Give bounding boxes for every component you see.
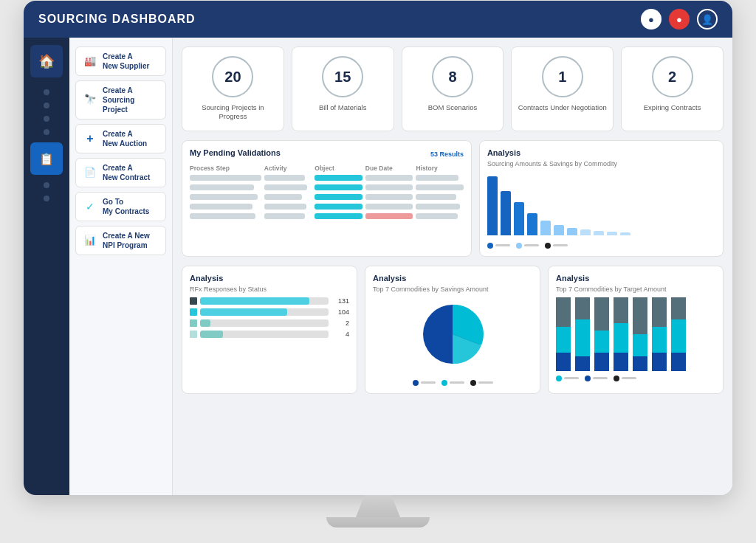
- rfx-fill-4: [200, 331, 223, 338]
- sidebar-dot-5[interactable]: [44, 182, 49, 188]
- create-sourcing-button[interactable]: 🔭 Create ASourcing Project: [75, 80, 166, 120]
- analysis-top-title: Analysis: [487, 148, 715, 157]
- my-contracts-label: Go ToMy Contracts: [103, 197, 149, 216]
- create-auction-button[interactable]: + Create ANew Auction: [75, 124, 166, 153]
- stacked-bar-2: [575, 297, 590, 371]
- create-sourcing-label: Create ASourcing Project: [103, 86, 159, 114]
- stacked-legend: [556, 376, 715, 381]
- rfx-bars: 131 104: [190, 297, 349, 338]
- pie-legend-1: [413, 380, 436, 386]
- table-row[interactable]: [190, 204, 464, 210]
- create-supplier-button[interactable]: 🏭 Create ANew Supplier: [75, 46, 166, 76]
- sidebar-active-item[interactable]: 📋: [30, 142, 63, 175]
- bar-9: [594, 231, 604, 235]
- sidebar-dot-2[interactable]: [44, 103, 49, 108]
- kpi-label-sourcing: Sourcing Projects in Progress: [188, 103, 278, 122]
- create-npi-label: Create A NewNPI Program: [103, 231, 150, 250]
- table-row[interactable]: [190, 175, 464, 181]
- kpi-label-scenarios: BOM Scenarios: [428, 103, 478, 112]
- bar-4: [527, 213, 537, 235]
- check-icon: ✓: [82, 198, 98, 215]
- kpi-row: 20 Sourcing Projects in Progress 15 Bill…: [182, 46, 724, 131]
- kpi-label-negotiation: Contracts Under Negotiation: [518, 103, 607, 112]
- home-button[interactable]: 🏠: [30, 45, 63, 77]
- seg-2a: [575, 297, 590, 319]
- rfx-title: Analysis: [190, 274, 349, 283]
- rfx-color-2: [190, 308, 197, 316]
- stacked-legend-1: [556, 376, 579, 381]
- stacked-bars: [556, 297, 715, 371]
- seg-7c: [671, 353, 686, 371]
- user-avatar[interactable]: 👤: [697, 9, 718, 30]
- bar-8: [580, 229, 591, 235]
- rfx-track-1: [200, 297, 329, 305]
- bar-3: [514, 202, 524, 235]
- analysis-top-panel: Analysis Sourcing Amounts & Savings by C…: [479, 140, 724, 257]
- table-row[interactable]: [190, 194, 464, 200]
- legend-line-2: [524, 244, 539, 246]
- alert-icon[interactable]: ●: [669, 9, 690, 30]
- pie-dot-3: [470, 380, 476, 386]
- rfx-subtitle: RFx Responses by Status: [190, 286, 349, 293]
- pie-legend-2: [441, 380, 464, 386]
- rfx-row-4: 4: [190, 331, 349, 338]
- kpi-bom[interactable]: 15 Bill of Materials: [292, 46, 394, 131]
- pie-legend: [413, 380, 493, 386]
- sidebar-dot-3[interactable]: [44, 116, 49, 122]
- seg-3b: [594, 331, 609, 353]
- bar-1: [487, 176, 498, 235]
- bar-10: [607, 232, 617, 235]
- stacked-bar-3: [594, 297, 609, 371]
- rfx-row-3: 2: [190, 319, 349, 327]
- seg-2b: [575, 319, 590, 356]
- seg-4b: [614, 323, 628, 353]
- stacked-legend-2: [585, 376, 608, 381]
- rfx-track-2: [200, 308, 329, 316]
- kpi-label-bom: Bill of Materials: [319, 103, 366, 112]
- table-row[interactable]: [190, 213, 464, 219]
- table-row[interactable]: [190, 184, 464, 190]
- kpi-value-sourcing: 20: [212, 56, 253, 97]
- legend-line-3: [553, 244, 568, 246]
- seg-5b: [633, 334, 647, 356]
- seg-3a: [594, 297, 609, 331]
- kpi-sourcing-projects[interactable]: 20 Sourcing Projects in Progress: [182, 46, 284, 131]
- pie-line-3: [478, 381, 493, 384]
- page-title: SOURCING DASHBOARD: [38, 13, 196, 26]
- rfx-color-1: [190, 297, 197, 305]
- analysis-top-subtitle: Sourcing Amounts & Savings by Commodity: [487, 160, 715, 167]
- sidebar-dot-6[interactable]: [44, 196, 49, 201]
- seg-3c: [594, 353, 609, 371]
- create-contract-button[interactable]: 📄 Create ANew Contract: [75, 158, 166, 187]
- rfx-row-2: 104: [190, 308, 349, 316]
- stacked-title: Analysis: [556, 274, 715, 283]
- stacked-bar-4: [614, 297, 628, 371]
- sidebar-dot-1[interactable]: [44, 89, 49, 95]
- create-npi-button[interactable]: 📊 Create A NewNPI Program: [75, 226, 166, 255]
- pie-container: [373, 297, 532, 386]
- kpi-bom-scenarios[interactable]: 8 BOM Scenarios: [402, 46, 504, 131]
- sidebar-dot-4[interactable]: [44, 129, 49, 135]
- seg-5a: [633, 297, 647, 334]
- rfx-track-4: [200, 331, 329, 338]
- pie-panel: Analysis Top 7 Commodities by Savings Am…: [365, 266, 540, 394]
- rfx-track-3: [200, 319, 329, 327]
- my-contracts-button[interactable]: ✓ Go ToMy Contracts: [75, 192, 166, 221]
- notification-icon[interactable]: ●: [641, 9, 662, 30]
- pie-dot-2: [441, 380, 447, 386]
- stacked-dot-1: [556, 376, 562, 381]
- kpi-contracts-negotiation[interactable]: 1 Contracts Under Negotiation: [511, 46, 614, 131]
- npi-icon: 📊: [82, 232, 98, 249]
- legend-item-1: [487, 243, 510, 249]
- stacked-line-1: [564, 377, 579, 379]
- stacked-bar-7: [671, 297, 686, 371]
- rfx-value-2: 104: [331, 308, 349, 316]
- kpi-label-expiring: Expiring Contracts: [644, 103, 701, 112]
- col-activity: Activity: [264, 165, 312, 172]
- rfx-fill-2: [200, 308, 287, 316]
- kpi-expiring-contracts[interactable]: 2 Expiring Contracts: [621, 46, 724, 131]
- stacked-bar-6: [652, 297, 667, 371]
- rfx-color-4: [190, 331, 197, 338]
- rfx-fill-1: [200, 297, 309, 305]
- sidebar: 🏠 📋: [24, 38, 69, 495]
